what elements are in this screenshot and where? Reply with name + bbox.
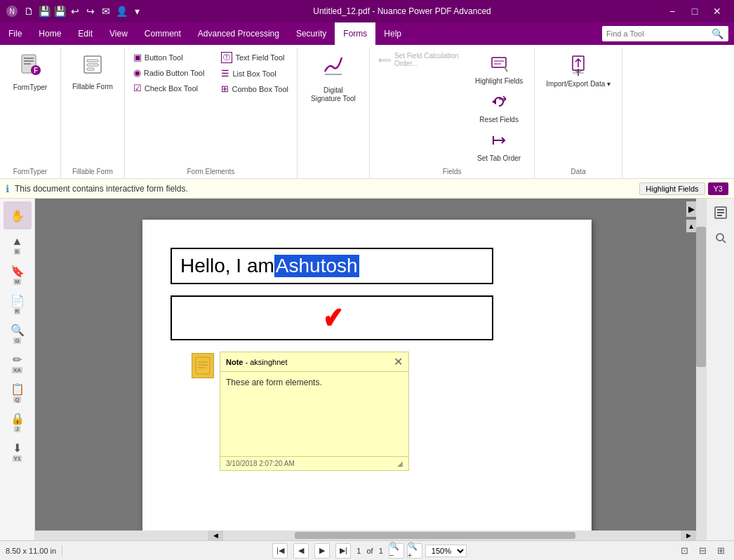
note-body-text: These are form elements. [226,378,322,387]
properties-panel-btn[interactable] [709,201,732,224]
undo-btn[interactable]: ↩ [69,5,81,18]
ribbon-group-digital-signature: Digital Signature Tool [298,48,370,178]
menu-advanced-processing[interactable]: Advanced Processing [189,22,288,45]
user-btn[interactable]: 👤 [115,5,128,18]
text-field-normal: Hello, I am [180,255,274,277]
combo-box-tool-btn[interactable]: ⊞ Combo Box Tool [218,82,291,95]
redo-btn[interactable]: ↪ [84,5,97,18]
menu-help[interactable]: Help [375,22,410,45]
save-btn[interactable]: 💾 [38,5,51,18]
pdf-checkbox-field[interactable]: ✔ [171,295,493,340]
formtyper-label: FormTyper [13,84,47,91]
security-tool-btn[interactable]: 🔒 J [4,408,32,436]
pdf-scroll-area[interactable]: ▶ ▴ Hello, I am Ashutosh ✔ [35,199,706,540]
minimize-btn[interactable]: − [661,0,683,22]
scroll-tool-btn[interactable]: ⬇ Y1 [4,437,32,465]
ribbon-group-formtyper: F FormTyper FormTyper [0,48,61,178]
horizontal-scrollbar[interactable]: ◀ ▶ [35,531,696,540]
check-box-tool-btn[interactable]: ☑ Check Box Tool [131,81,208,95]
scroll-right-btn[interactable]: ▶ [681,531,696,540]
vertical-scroll-thumb[interactable] [696,227,706,367]
app-title: Untitled_12.pdf - Nuance Power PDF Advan… [143,6,661,16]
right-sidebar [706,199,734,540]
page-dimensions: 8.50 x 11.00 in [6,547,56,555]
mail-btn[interactable]: ✉ [100,5,112,18]
bookmark-icon: 🔖 [11,265,25,278]
main-area: ✋ ▲ B 🔖 M 📄 R 🔍 G ✏ XA 📋 Q 🔒 J [0,199,734,540]
annotation-tool-btn[interactable]: ✏ XA [4,349,32,377]
note-resize-handle[interactable]: ◢ [397,460,403,467]
svg-rect-23 [717,209,724,211]
fillable-form-group-label: Fillable Form [72,165,113,175]
fillable-form-icon [81,53,104,80]
zoom-out-btn[interactable]: 🔍− [389,543,404,559]
hand-tool-btn[interactable]: ✋ [4,201,32,229]
layers-label: G [13,338,20,344]
forms-tool-btn[interactable]: 📋 Q [4,378,32,406]
reset-fields-btn[interactable]: Reset Fields [469,89,528,126]
menu-home[interactable]: Home [30,22,69,45]
list-box-tool-btn[interactable]: ☰ List Box Tool [218,67,291,80]
note-close-btn[interactable]: ✕ [394,355,403,368]
y3-btn[interactable]: Y3 [708,182,728,195]
maximize-btn[interactable]: □ [683,0,706,22]
menu-edit[interactable]: Edit [69,22,101,45]
new-btn[interactable]: 🗋 [22,5,35,18]
zoom-select[interactable]: 50% 75% 100% 125% 150% 200% 400% [425,545,467,557]
document-tool-btn[interactable]: 📄 R [4,290,32,318]
formtyper-button[interactable]: F FormTyper [6,51,55,94]
fit-width-btn[interactable]: ⊟ [695,543,710,559]
formtyper-icon: F [19,53,41,81]
find-tool-search[interactable]: 🔍 [602,26,728,41]
next-page-btn[interactable]: ▶ [314,543,330,559]
radio-button-tool-btn[interactable]: ◉ Radio Button Tool [131,66,208,79]
import-export-data-btn[interactable]: ▾ Import/Export Data ▾ [540,51,616,91]
bookmark-tool-btn[interactable]: 🔖 M [4,260,32,288]
collapse-panel-btn[interactable]: ▴ [686,220,696,232]
status-divider [62,545,62,556]
pdf-canvas: Hello, I am Ashutosh ✔ [35,199,706,540]
menu-forms[interactable]: Forms [335,22,375,45]
fit-page-btn[interactable]: ⊡ [676,543,692,559]
close-btn[interactable]: ✕ [706,0,728,22]
select-tool-btn[interactable]: ▲ B [4,231,32,259]
zoom-in-btn[interactable]: 🔍+ [407,543,422,559]
note-label-text: Note [226,358,243,366]
svg-text:F: F [34,67,38,74]
forms-label: Q [13,396,20,403]
ribbon-group-fields: ⟸ Set Field Calculation Order... Highlig [370,48,535,178]
find-tool-input[interactable] [606,29,712,38]
save2-btn[interactable]: 💾 [53,5,66,18]
scroll-left-btn[interactable]: ◀ [208,531,223,540]
text-field-tool-btn[interactable]: Ⓣ Text Field Tool [218,51,291,65]
layers-tool-btn[interactable]: 🔍 G [4,319,32,347]
horizontal-scroll-thumb[interactable] [295,532,575,539]
button-tool-btn[interactable]: ▣ Button Tool [131,51,208,64]
digital-signature-btn[interactable]: Digital Signature Tool [303,51,363,106]
dropdown-btn[interactable]: ▾ [131,5,143,18]
prev-page-btn[interactable]: ◀ [293,543,309,559]
toolbar-actions: 🗋 💾 💾 ↩ ↪ ✉ 👤 ▾ [22,5,143,18]
menu-file[interactable]: File [0,22,30,45]
page-total: 1 [379,547,383,555]
button-tool-icon: ▣ [133,52,142,62]
first-page-btn[interactable]: |◀ [272,543,288,559]
set-tab-order-btn[interactable]: Set Tab Order [469,128,528,165]
pdf-text-field[interactable]: Hello, I am Ashutosh [171,248,493,284]
expand-panel-btn[interactable]: ▶ [686,201,696,217]
scroll-icon: ⬇ [13,441,22,455]
highlight-fields-btn-ribbon[interactable]: Highlight Fields [469,51,528,88]
last-page-btn[interactable]: ▶| [335,543,351,559]
set-field-calc-icon: ⟸ [378,55,392,65]
fillable-form-button[interactable]: Fillable Form [67,51,119,93]
menu-comment[interactable]: Comment [136,22,189,45]
note-timestamp: 3/10/2018 2:07:20 AM [226,460,295,467]
vertical-scrollbar[interactable] [696,199,706,540]
menu-security[interactable]: Security [288,22,335,45]
highlight-fields-notify-btn[interactable]: Highlight Fields [639,182,705,195]
search-panel-btn[interactable] [709,227,732,249]
menu-view[interactable]: View [101,22,136,45]
info-icon: ℹ [6,183,9,194]
svg-text:▾: ▾ [577,69,580,74]
actual-size-btn[interactable]: ⊞ [713,543,728,559]
